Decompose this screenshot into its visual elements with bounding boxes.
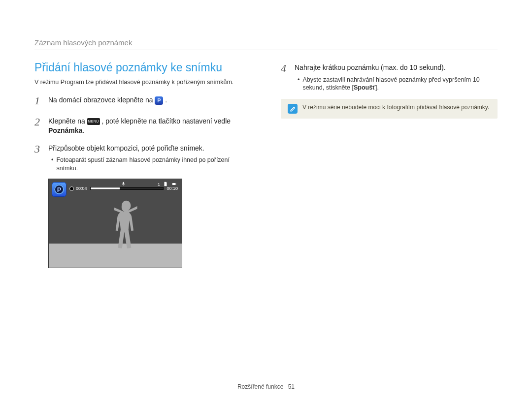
step-1-text-post: . — [165, 96, 167, 104]
step-number: 1 — [34, 93, 43, 109]
step-1: 1 Na domácí obrazovce klepněte na P . — [34, 93, 251, 109]
record-progress — [90, 187, 164, 190]
page-footer: Rozšířené funkce 51 — [0, 383, 532, 390]
svg-rect-0 — [172, 183, 176, 185]
footer-section: Rozšířené funkce — [237, 383, 283, 390]
elapsed-time: 00:04 — [76, 186, 87, 191]
step-3-text: Přizpůsobte objekt kompozici, poté pořiď… — [48, 144, 204, 152]
step-4: 4 Nahrajte krátkou poznámku (max. do 10 … — [281, 61, 498, 92]
note-text: V režimu série nebudete moci k fotografi… — [302, 104, 489, 111]
note-box: V režimu série nebudete moci k fotografi… — [281, 99, 498, 119]
step-2-text-mid: , poté klepněte na tlačítko nastavení ve… — [102, 117, 231, 125]
step-3: 3 Přizpůsobte objekt kompozici, poté poř… — [34, 142, 251, 173]
step-1-text-pre: Na domácí obrazovce klepněte na — [48, 96, 155, 104]
step-number: 4 — [281, 61, 290, 92]
step-number: 2 — [34, 115, 43, 136]
section-heading: Přidání hlasové poznámky ke snímku — [34, 61, 251, 74]
record-dot-icon — [69, 186, 74, 191]
intro-text: V režimu Program lze přidávat hlasové po… — [34, 78, 251, 87]
step-4-bullet: Abyste zastavili nahrávání hlasové pozná… — [298, 76, 498, 93]
step-4-text: Nahrajte krátkou poznámku (max. do 10 se… — [295, 63, 446, 71]
person-silhouette-icon — [113, 199, 141, 254]
footer-page-number: 51 — [288, 383, 295, 390]
program-badge-icon: P — [52, 182, 66, 197]
menu-icon: MENU — [87, 118, 100, 125]
step-2-end: . — [82, 126, 84, 134]
camera-preview: P 1 — [48, 179, 182, 268]
step-number: 3 — [34, 142, 43, 173]
step-2-bold: Poznámka — [48, 126, 82, 134]
program-mode-icon: P — [155, 96, 163, 105]
total-time: 00:10 — [166, 186, 178, 191]
step-3-bullet: Fotoaparát spustí záznam hlasové poznámk… — [51, 156, 251, 173]
step-2: 2 Klepněte na MENU , poté klepněte na tl… — [34, 115, 251, 136]
breadcrumb: Záznam hlasových poznámek — [34, 38, 498, 50]
note-icon — [288, 104, 298, 114]
svg-rect-1 — [176, 184, 176, 185]
step-2-text-pre: Klepněte na — [48, 117, 87, 125]
